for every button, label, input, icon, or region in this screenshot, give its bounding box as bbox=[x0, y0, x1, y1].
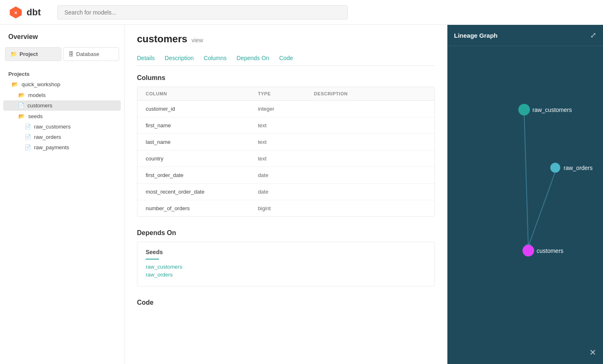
col-header-description: DESCRIPTION bbox=[314, 91, 426, 96]
table-row: customer_id integer bbox=[137, 101, 435, 117]
col-type: integer bbox=[258, 106, 314, 112]
app-header: × dbt bbox=[0, 0, 603, 25]
col-name: number_of_orders bbox=[146, 205, 258, 211]
sidebar-item-customers[interactable]: 📄 customers bbox=[3, 100, 121, 111]
search-input[interactable] bbox=[57, 5, 348, 19]
col-type: text bbox=[258, 139, 314, 145]
sidebar-item-raw-orders[interactable]: 📄 raw_orders bbox=[0, 132, 124, 142]
file-icon-raw-customers: 📄 bbox=[25, 124, 31, 130]
svg-text:×: × bbox=[14, 10, 17, 16]
edge-raw-orders-customers bbox=[528, 172, 555, 247]
sidebar-item-raw-payments[interactable]: 📄 raw_payments bbox=[0, 142, 124, 153]
col-desc bbox=[314, 205, 426, 211]
code-section: Code bbox=[137, 299, 435, 306]
lineage-expand-button[interactable]: ⤢ bbox=[590, 31, 596, 40]
folder-icon: 📂 bbox=[18, 92, 25, 98]
logo-text: dbt bbox=[27, 7, 41, 18]
table-row: country text bbox=[137, 150, 435, 167]
file-icon: 📄 bbox=[18, 103, 24, 109]
col-type: date bbox=[258, 172, 314, 178]
content-tabs: Details Description Columns Depends On C… bbox=[137, 51, 435, 66]
columns-section-title: Columns bbox=[137, 74, 435, 82]
tab-depends-on[interactable]: Depends On bbox=[237, 51, 269, 66]
col-name: most_recent_order_date bbox=[146, 189, 258, 195]
node-customers[interactable] bbox=[522, 245, 534, 257]
file-icon-raw-orders: 📄 bbox=[25, 134, 31, 140]
node-raw-orders[interactable] bbox=[550, 163, 560, 173]
node-raw-orders-label: raw_orders bbox=[564, 165, 593, 171]
col-desc bbox=[314, 155, 426, 162]
depends-divider bbox=[146, 259, 159, 260]
col-name: last_name bbox=[146, 139, 258, 145]
col-type: bigint bbox=[258, 205, 314, 211]
node-raw-customers[interactable] bbox=[518, 104, 530, 116]
page-title-row: customers view bbox=[137, 33, 435, 45]
sidebar-tabs: 📁 Project 🗄 Database bbox=[0, 47, 124, 68]
col-name: first_name bbox=[146, 122, 258, 129]
table-row: first_name text bbox=[137, 117, 435, 134]
lineage-title: Lineage Graph bbox=[454, 32, 498, 39]
node-raw-customers-label: raw_customers bbox=[532, 107, 572, 113]
col-name: customer_id bbox=[146, 106, 258, 112]
col-desc bbox=[314, 139, 426, 145]
tab-database[interactable]: 🗄 Database bbox=[63, 47, 120, 61]
col-type: text bbox=[258, 122, 314, 129]
main-layout: Overview 📁 Project 🗄 Database Projects 📂… bbox=[0, 25, 603, 364]
page-title: customers bbox=[137, 33, 187, 45]
depends-on-box: Seeds raw_customers raw_orders bbox=[137, 242, 435, 286]
depends-category: Seeds bbox=[146, 249, 426, 255]
folder-icon-seeds: 📂 bbox=[18, 113, 25, 119]
sidebar-overview[interactable]: Overview bbox=[0, 33, 124, 47]
depends-on-section: Depends On Seeds raw_customers raw_order… bbox=[137, 229, 435, 286]
file-icon-raw-payments: 📄 bbox=[25, 145, 31, 150]
col-desc bbox=[314, 122, 426, 129]
tab-description[interactable]: Description bbox=[165, 51, 194, 66]
node-customers-label: customers bbox=[537, 248, 564, 254]
tab-code[interactable]: Code bbox=[279, 51, 293, 66]
projects-label: Projects bbox=[0, 68, 124, 79]
table-row: last_name text bbox=[137, 134, 435, 150]
dbt-logo-icon: × bbox=[8, 5, 23, 20]
col-desc bbox=[314, 172, 426, 178]
lineage-graph-area: raw_customers raw_orders customers bbox=[447, 46, 603, 364]
lineage-panel: Lineage Graph ⤢ raw_customers raw_orders… bbox=[447, 25, 603, 364]
col-desc bbox=[314, 106, 426, 112]
depends-link-raw-orders[interactable]: raw_orders bbox=[146, 272, 426, 278]
sidebar: Overview 📁 Project 🗄 Database Projects 📂… bbox=[0, 25, 125, 364]
columns-table: COLUMN TYPE DESCRIPTION customer_id inte… bbox=[137, 87, 435, 217]
lineage-svg: raw_customers raw_orders customers bbox=[447, 46, 603, 364]
tab-details[interactable]: Details bbox=[137, 51, 155, 66]
edge-raw-customers-customers bbox=[524, 114, 528, 247]
tab-columns[interactable]: Columns bbox=[204, 51, 227, 66]
folder-open-icon: 📂 bbox=[12, 81, 18, 87]
code-section-title: Code bbox=[137, 299, 435, 306]
depends-link-raw-customers[interactable]: raw_customers bbox=[146, 264, 426, 270]
lineage-close-button[interactable]: ✕ bbox=[589, 347, 596, 357]
database-icon: 🗄 bbox=[68, 51, 74, 57]
table-row: number_of_orders bigint bbox=[137, 200, 435, 216]
sidebar-item-models-folder[interactable]: 📂 models bbox=[0, 90, 124, 100]
sidebar-item-raw-customers[interactable]: 📄 raw_customers bbox=[0, 121, 124, 132]
col-type: date bbox=[258, 189, 314, 195]
folder-icon: 📁 bbox=[10, 51, 17, 57]
col-header-column: COLUMN bbox=[146, 91, 258, 96]
col-name: first_order_date bbox=[146, 172, 258, 178]
content-area: customers view Details Description Colum… bbox=[125, 25, 447, 364]
col-desc bbox=[314, 189, 426, 195]
lineage-header: Lineage Graph ⤢ bbox=[447, 25, 603, 46]
col-name: country bbox=[146, 155, 258, 162]
col-header-type: TYPE bbox=[258, 91, 314, 96]
col-type: text bbox=[258, 155, 314, 162]
table-header: COLUMN TYPE DESCRIPTION bbox=[137, 87, 435, 101]
logo: × dbt bbox=[8, 5, 41, 20]
view-badge: view bbox=[191, 37, 203, 44]
sidebar-item-project[interactable]: 📂 quick_workshop bbox=[0, 79, 124, 90]
table-row: most_recent_order_date date bbox=[137, 184, 435, 200]
depends-on-title: Depends On bbox=[137, 229, 435, 237]
sidebar-item-seeds-folder[interactable]: 📂 seeds bbox=[0, 111, 124, 121]
table-row: first_order_date date bbox=[137, 167, 435, 184]
tab-project[interactable]: 📁 Project bbox=[5, 47, 61, 61]
